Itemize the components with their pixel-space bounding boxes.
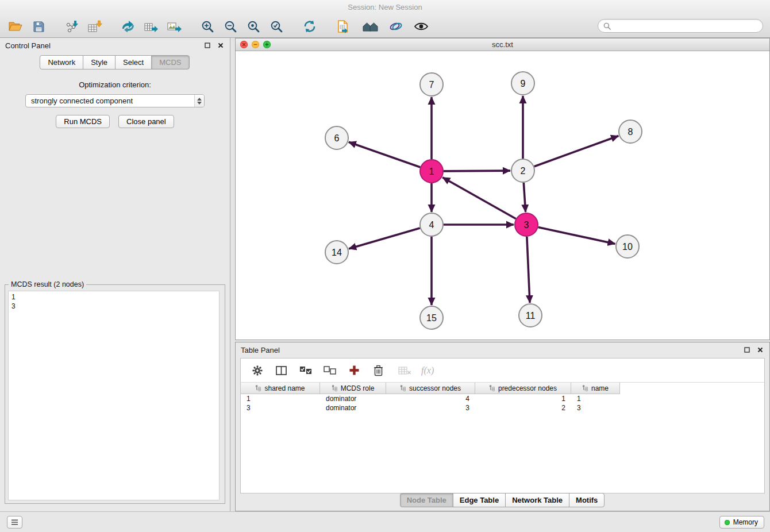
table-tab-motifs[interactable]: Motifs xyxy=(569,493,605,507)
export-network-icon[interactable] xyxy=(118,17,138,36)
select-all-icon[interactable] xyxy=(298,363,313,378)
criterion-select[interactable]: strongly connected component xyxy=(25,94,205,107)
zoom-fit-icon[interactable] xyxy=(244,17,263,36)
table-cell[interactable]: 4 xyxy=(386,395,475,403)
unselect-all-icon[interactable] xyxy=(322,363,337,378)
table-cell[interactable]: dominator xyxy=(320,395,386,403)
node-10[interactable]: 10 xyxy=(616,235,639,258)
edge-1-2[interactable] xyxy=(444,171,510,171)
tab-style[interactable]: Style xyxy=(83,55,116,70)
delete-table-icon[interactable] xyxy=(397,363,412,378)
table-cell[interactable]: 1 xyxy=(475,395,571,403)
table-cell[interactable]: 2 xyxy=(475,404,571,412)
tab-mcds[interactable]: MCDS xyxy=(151,55,189,70)
float-table-panel-icon[interactable] xyxy=(744,346,750,353)
search-input[interactable] xyxy=(614,21,757,30)
table-row[interactable]: 3dominator323 xyxy=(241,403,764,413)
table-cell[interactable]: 1 xyxy=(241,395,320,403)
close-table-panel-icon[interactable] xyxy=(757,346,764,353)
column-header-name[interactable]: name xyxy=(571,383,620,394)
node-6[interactable]: 6 xyxy=(325,126,348,149)
edge-3-1[interactable] xyxy=(442,178,516,219)
node-9[interactable]: 9 xyxy=(511,72,534,95)
node-4[interactable]: 4 xyxy=(420,213,443,236)
show-column-icon[interactable] xyxy=(274,363,289,378)
tab-select[interactable]: Select xyxy=(115,55,152,70)
node-15[interactable]: 15 xyxy=(420,306,443,329)
network-window-titlebar[interactable]: scc.txt xyxy=(236,38,769,51)
import-network-icon[interactable] xyxy=(62,17,82,36)
show-hide-eye-icon[interactable] xyxy=(411,17,431,36)
task-history-icon[interactable] xyxy=(7,516,22,529)
close-panel-icon[interactable] xyxy=(217,42,224,49)
import-document-icon[interactable] xyxy=(333,17,353,36)
edge-4-14[interactable] xyxy=(349,228,420,249)
node-14[interactable]: 14 xyxy=(325,241,348,264)
svg-text:8: 8 xyxy=(628,127,633,137)
edge-1-6[interactable] xyxy=(349,142,420,167)
float-panel-icon[interactable] xyxy=(204,42,211,49)
minimize-window-icon[interactable] xyxy=(252,41,259,48)
mcds-result-item[interactable]: 1 xyxy=(11,292,216,302)
table-cell[interactable]: dominator xyxy=(320,404,386,412)
control-panel-title: Control Panel xyxy=(0,38,230,51)
close-panel-button[interactable]: Close panel xyxy=(118,115,174,128)
style-filter-icon[interactable] xyxy=(386,17,406,36)
tab-network[interactable]: Network xyxy=(40,55,83,70)
zoom-selected-icon[interactable] xyxy=(267,17,286,36)
table-cell[interactable]: 3 xyxy=(241,404,320,412)
column-header-shared-name[interactable]: shared name xyxy=(241,383,320,394)
table-cell[interactable]: 1 xyxy=(571,395,620,403)
apply-layout-icon[interactable] xyxy=(300,17,319,36)
add-column-plus-icon[interactable] xyxy=(346,363,361,378)
edge-2-8[interactable] xyxy=(534,136,619,167)
column-type-icon xyxy=(255,385,261,391)
edge-3-10[interactable] xyxy=(538,227,615,244)
column-header-MCDS-role[interactable]: MCDS role xyxy=(320,383,386,394)
mcds-result-item[interactable]: 3 xyxy=(11,302,216,311)
save-session-icon[interactable] xyxy=(29,17,48,36)
table-panel-tabs: Node TableEdge TableNetwork TableMotifs xyxy=(236,493,769,507)
maximize-window-icon[interactable] xyxy=(263,41,271,48)
column-type-icon xyxy=(400,385,406,391)
table-panel: Table Panel xyxy=(235,342,770,511)
table-header-row: shared nameMCDS rolesuccessor nodesprede… xyxy=(241,383,764,394)
node-11[interactable]: 11 xyxy=(519,304,542,327)
home-view-icon[interactable] xyxy=(361,17,380,36)
svg-text:11: 11 xyxy=(526,311,536,321)
node-1[interactable]: 1 xyxy=(420,160,443,183)
table-row[interactable]: 1dominator411 xyxy=(241,394,764,403)
svg-text:1: 1 xyxy=(429,167,434,176)
mcds-result-list[interactable]: 13 xyxy=(8,291,220,500)
open-session-icon[interactable] xyxy=(6,17,25,36)
table-tab-edge-table[interactable]: Edge Table xyxy=(453,493,506,507)
zoom-out-icon[interactable] xyxy=(221,17,240,36)
network-canvas[interactable]: 7968124314101511 xyxy=(236,51,769,340)
function-builder-icon[interactable]: f(x) xyxy=(421,363,434,378)
table-tab-node-table[interactable]: Node Table xyxy=(400,493,453,507)
node-2[interactable]: 2 xyxy=(511,159,534,182)
edge-2-3[interactable] xyxy=(523,183,525,212)
column-header-successor-nodes[interactable]: successor nodes xyxy=(386,383,475,394)
node-7[interactable]: 7 xyxy=(420,73,443,96)
export-table-icon[interactable] xyxy=(141,17,161,36)
svg-text:4: 4 xyxy=(429,220,434,230)
table-cell[interactable]: 3 xyxy=(386,404,475,412)
zoom-in-icon[interactable] xyxy=(198,17,217,36)
delete-column-trash-icon[interactable] xyxy=(371,363,386,378)
memory-status-dot-icon xyxy=(725,520,730,525)
window-titlebar[interactable]: Session: New Session xyxy=(0,0,770,15)
import-table-icon[interactable] xyxy=(85,17,105,36)
node-3[interactable]: 3 xyxy=(515,213,538,236)
table-tab-network-table[interactable]: Network Table xyxy=(505,493,569,507)
run-mcds-button[interactable]: Run MCDS xyxy=(56,115,110,128)
table-cell[interactable]: 3 xyxy=(571,404,620,412)
node-8[interactable]: 8 xyxy=(619,120,642,143)
edge-3-11[interactable] xyxy=(527,237,530,303)
column-header-predecessor-nodes[interactable]: predecessor nodes xyxy=(475,383,571,394)
search-field[interactable] xyxy=(598,19,763,33)
close-window-icon[interactable] xyxy=(240,41,248,48)
export-image-icon[interactable] xyxy=(164,17,184,36)
memory-button[interactable]: Memory xyxy=(719,516,764,529)
table-settings-gear-icon[interactable] xyxy=(250,363,265,378)
